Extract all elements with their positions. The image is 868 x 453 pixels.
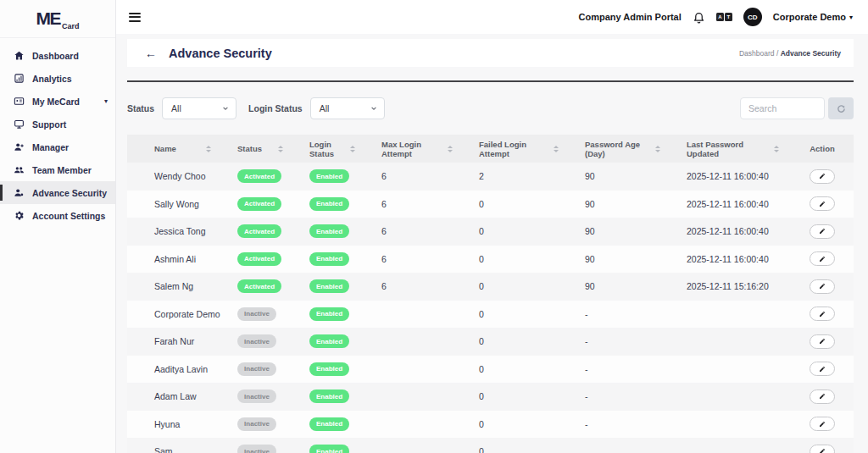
cell-status: Activated: [225, 224, 297, 238]
login-status-badge: Enabled: [309, 224, 349, 238]
sidebar-item-analytics[interactable]: Analytics: [0, 67, 115, 90]
sidebar-item-dashboard[interactable]: Dashboard: [0, 44, 115, 67]
column-header-last-password-updated[interactable]: Last Password Updated: [674, 135, 793, 163]
edit-button[interactable]: [810, 417, 835, 431]
cell-password-age: -: [572, 391, 674, 401]
avatar[interactable]: CD: [743, 8, 762, 26]
table-row: Jessica Tong Activated Enabled 6 0 90 20…: [127, 218, 854, 246]
sort-icon[interactable]: [554, 146, 559, 152]
translate-icon[interactable]: A T: [716, 13, 732, 21]
sidebar-item-label: My MeCard: [32, 97, 80, 107]
login-status-badge: Enabled: [309, 252, 349, 266]
edit-button[interactable]: [810, 362, 835, 376]
cell-failed-login: 0: [466, 309, 572, 319]
status-filter-value: All: [171, 103, 181, 113]
sidebar-item-label: Support: [32, 119, 66, 130]
edit-button[interactable]: [810, 169, 835, 184]
column-header-status[interactable]: Status: [225, 135, 297, 163]
sidebar-item-support[interactable]: Support: [0, 113, 115, 135]
cell-action: [793, 169, 852, 184]
cell-status: Activated: [225, 197, 297, 211]
user-menu[interactable]: Corporate Demo ▾: [773, 12, 853, 22]
status-badge: Activated: [237, 224, 281, 238]
sidebar-item-label: Advance Security: [32, 188, 107, 198]
pencil-icon: [819, 173, 826, 180]
column-header-name[interactable]: Name: [127, 135, 225, 163]
column-header-max-login-attempt[interactable]: Max Login Attempt: [369, 135, 466, 163]
translate-left-glyph: A: [716, 13, 724, 21]
search-input[interactable]: [740, 97, 825, 119]
sidebar-item-label: Dashboard: [32, 51, 79, 61]
cell-failed-login: 0: [466, 336, 572, 346]
column-label: Login Status: [309, 140, 350, 158]
edit-button[interactable]: [810, 445, 835, 453]
cell-action: [793, 334, 852, 349]
edit-button[interactable]: [810, 196, 835, 211]
cell-name: Farah Nur: [127, 336, 225, 346]
cell-failed-login: 2: [466, 171, 572, 181]
status-badge: Inactive: [237, 445, 276, 453]
cell-password-age: 90: [572, 281, 674, 291]
sidebar-item-advance-security[interactable]: Advance Security: [0, 181, 115, 204]
table-header-row: NameStatusLogin StatusMax Login AttemptF…: [127, 135, 854, 163]
edit-button[interactable]: [810, 224, 835, 239]
login-status-badge: Enabled: [309, 279, 349, 293]
table-row: Hyuna Inactive Enabled 0 -: [127, 411, 854, 439]
cell-failed-login: 0: [466, 391, 572, 401]
back-arrow-icon[interactable]: ←: [145, 47, 157, 59]
column-label: Action: [810, 144, 835, 153]
cell-name: Corporate Demo: [127, 309, 225, 319]
cell-login-status: Enabled: [297, 445, 369, 453]
card-icon: [13, 96, 25, 108]
cell-failed-login: 0: [466, 254, 572, 264]
login-status-badge: Enabled: [309, 417, 349, 431]
cell-action: [793, 445, 852, 453]
status-badge: Activated: [237, 279, 281, 293]
cell-failed-login: 0: [466, 446, 572, 453]
table-row: Sam Inactive Enabled 0: [127, 438, 854, 453]
login-status-filter-value: All: [320, 103, 330, 113]
sidebar-item-manager[interactable]: Manager: [0, 135, 115, 158]
edit-button[interactable]: [810, 251, 835, 266]
sort-icon[interactable]: [278, 146, 283, 152]
bell-icon[interactable]: [693, 10, 705, 24]
refresh-icon: [837, 104, 846, 113]
sidebar-item-account-settings[interactable]: Account Settings: [0, 204, 115, 227]
edit-button[interactable]: [810, 389, 835, 404]
cell-status: Activated: [225, 252, 297, 266]
cell-status: Inactive: [225, 389, 297, 403]
cell-max-login: 6: [369, 199, 466, 209]
cell-name: Sam: [127, 446, 225, 453]
menu-icon[interactable]: [129, 10, 141, 24]
breadcrumb-dashboard[interactable]: Dashboard: [739, 49, 775, 58]
sort-icon[interactable]: [774, 146, 779, 152]
brand-logo: MECard: [0, 0, 115, 38]
sort-icon[interactable]: [655, 146, 660, 152]
cell-action: [793, 196, 852, 211]
status-badge: Activated: [237, 197, 281, 211]
sidebar-nav: Dashboard Analytics My MeCard ▾ Support …: [0, 38, 115, 227]
sort-icon[interactable]: [206, 146, 211, 152]
sort-icon[interactable]: [448, 146, 453, 152]
status-filter-select[interactable]: All: [162, 97, 236, 119]
column-header-failed-login-attempt[interactable]: Failed Login Attempt: [466, 135, 572, 163]
sidebar-item-label: Account Settings: [32, 211, 105, 221]
column-header-login-status[interactable]: Login Status: [297, 135, 369, 163]
status-badge: Inactive: [237, 362, 276, 376]
cell-name: Jessica Tong: [127, 226, 225, 236]
column-label: Status: [237, 144, 262, 153]
pencil-icon: [819, 448, 826, 453]
edit-button[interactable]: [810, 334, 835, 349]
sort-icon[interactable]: [350, 146, 355, 152]
sidebar-item-my-mecard[interactable]: My MeCard ▾: [0, 90, 115, 113]
sidebar-item-team-member[interactable]: Team Member: [0, 158, 115, 181]
breadcrumb: Dashboard / Advance Security: [739, 49, 854, 58]
column-header-password-age-day[interactable]: Password Age (Day): [572, 135, 674, 163]
column-label: Password Age (Day): [585, 140, 655, 158]
edit-button[interactable]: [810, 279, 835, 294]
login-status-filter-select[interactable]: All: [310, 97, 385, 119]
refresh-button[interactable]: [828, 97, 854, 119]
edit-button[interactable]: [810, 307, 835, 321]
sidebar: MECard Dashboard Analytics My MeCard ▾ S…: [0, 0, 116, 453]
security-icon: [13, 187, 25, 199]
